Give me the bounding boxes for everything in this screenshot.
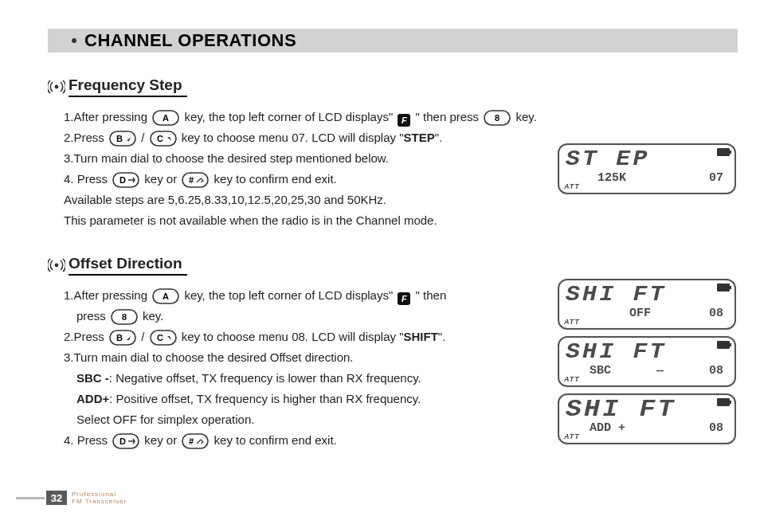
svg-text:D: D	[119, 436, 126, 446]
bold-text: SBC -	[76, 371, 109, 385]
text: key, the top left corner of LCD displays…	[181, 110, 396, 123]
text: " then	[412, 288, 446, 302]
text: Select OFF for simplex operation.	[64, 409, 550, 430]
text: : Positive offset, TX frequency is highe…	[109, 392, 421, 405]
text: key.	[139, 309, 164, 323]
svg-text:A: A	[163, 113, 169, 123]
key-8-icon: 8	[111, 309, 138, 325]
text: : Negative offset, TX frequency is lower…	[109, 371, 421, 385]
key-b-icon: B	[109, 131, 136, 147]
lcd-menu: 08	[709, 421, 723, 435]
svg-point-8	[55, 264, 59, 268]
text: key.	[512, 110, 537, 123]
lcd-big: SHI FT	[566, 283, 744, 307]
lcd-value: 125K	[597, 171, 626, 185]
text: 4. Press	[64, 433, 111, 447]
svg-text:B: B	[116, 134, 123, 143]
page-number: 32	[46, 491, 67, 505]
svg-text:#: #	[189, 175, 194, 185]
text: Available steps are 5,6.25,8.33,10,12.5,…	[64, 190, 550, 210]
text: 1.After pressing	[64, 110, 151, 123]
key-d-icon: D	[112, 172, 139, 188]
svg-text:C: C	[157, 134, 163, 143]
bullet-icon	[72, 38, 76, 43]
lcd-step: ST EP 125K 07 ATT	[558, 143, 736, 201]
broadcast-icon	[48, 257, 65, 273]
lcd-att: ATT	[564, 318, 580, 326]
section-title: Offset Direction	[69, 255, 187, 276]
text: key to confirm end exit.	[210, 433, 336, 447]
text: 1.After pressing	[64, 288, 151, 302]
text: key or	[141, 172, 180, 186]
key-8-icon: 8	[484, 110, 511, 126]
bold-text: SHIFT	[404, 330, 438, 343]
section-title: Frequency Step	[69, 76, 187, 97]
key-hash-icon: #	[182, 172, 209, 188]
svg-text:8: 8	[495, 113, 499, 123]
svg-text:C: C	[157, 333, 163, 342]
text: key, the top left corner of LCD displays…	[181, 288, 396, 302]
lcd-value: ADD +	[590, 421, 625, 435]
footer-rule	[16, 497, 45, 499]
text: key to choose menu 07. LCD will display …	[178, 131, 404, 144]
section-body: 1.After pressing A key, the top left cor…	[48, 285, 550, 451]
lcd-display: ST EP 125K 07 ATT	[558, 143, 736, 194]
text: 3.Turn main dial to choose the desired s…	[64, 148, 550, 169]
key-a-icon: A	[152, 110, 179, 126]
footer-line2: FM Transceiver	[72, 498, 127, 505]
text: ".	[438, 330, 446, 343]
text: key or	[141, 433, 180, 447]
key-c-icon: C	[150, 330, 177, 346]
lcd-big: SHI FT	[566, 340, 744, 364]
text: /	[138, 330, 148, 343]
f-indicator-icon: F	[398, 292, 410, 305]
bold-text: ADD+	[76, 392, 109, 405]
text: /	[138, 131, 148, 144]
text: This parameter is not available when the…	[64, 210, 550, 231]
svg-text:A: A	[163, 291, 169, 301]
chapter-title: CHANNEL OPERATIONS	[84, 30, 296, 51]
lcd-att: ATT	[564, 182, 580, 190]
svg-text:#: #	[189, 436, 194, 446]
bold-text: STEP	[404, 131, 435, 144]
svg-point-1	[55, 85, 59, 89]
lcd-menu: 08	[709, 307, 723, 320]
lcd-menu: 08	[709, 364, 723, 377]
section-body: 1.After pressing A key, the top left cor…	[48, 107, 550, 231]
lcd-menu: 07	[709, 171, 723, 185]
text: key to confirm end exit.	[210, 172, 336, 186]
key-a-icon: A	[152, 288, 179, 304]
lcd-display: SHI FT SBC — 08 ATT	[558, 336, 736, 387]
text: ".	[435, 131, 443, 144]
lcd-display: SHI FT ADD + 08 ATT	[558, 393, 736, 444]
lcd-value: —	[656, 364, 664, 377]
page-footer: 32 Professional FM Transceiver	[16, 491, 127, 505]
key-b-icon: B	[109, 330, 136, 346]
lcd-shift-group: SHI FT OFF 08 ATT SHI FT SBC — 08 ATT SH…	[558, 279, 736, 451]
chapter-header: CHANNEL OPERATIONS	[48, 29, 738, 53]
footer-line1: Professional	[72, 491, 127, 498]
text: 3.Turn main dial to choose the desired O…	[64, 347, 550, 368]
text: " then press	[412, 110, 482, 123]
key-c-icon: C	[150, 131, 177, 147]
lcd-display: SHI FT OFF 08 ATT	[558, 279, 736, 330]
text: 2.Press	[64, 131, 108, 144]
text: key to choose menu 08. LCD will display …	[178, 330, 404, 343]
svg-text:D: D	[119, 175, 126, 185]
lcd-big: ST EP	[566, 147, 744, 171]
svg-text:B: B	[116, 333, 123, 342]
text: 2.Press	[64, 330, 108, 343]
lcd-att: ATT	[564, 375, 580, 383]
lcd-big: SHI FT	[566, 397, 744, 421]
key-d-icon: D	[112, 433, 139, 449]
key-hash-icon: #	[182, 433, 209, 449]
broadcast-icon	[48, 79, 65, 95]
lcd-value: SBC	[590, 364, 611, 377]
lcd-att: ATT	[564, 432, 580, 440]
text: 4. Press	[64, 172, 111, 186]
text: press	[76, 309, 109, 323]
f-indicator-icon: F	[398, 114, 410, 127]
svg-text:8: 8	[122, 312, 127, 322]
lcd-value: OFF	[629, 307, 651, 320]
